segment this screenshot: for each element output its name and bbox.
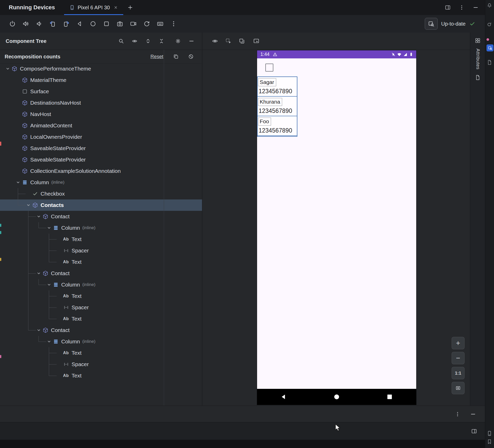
- tree-node-contact[interactable]: Contact: [0, 268, 202, 279]
- zoom-fit-button[interactable]: [452, 382, 465, 394]
- more-vertical-button[interactable]: [457, 3, 467, 12]
- nav-overview-button[interactable]: [385, 392, 395, 402]
- inspect-box-button[interactable]: [251, 36, 261, 46]
- contact-number-field[interactable]: 1234567890: [258, 126, 297, 136]
- volume-down-button[interactable]: [34, 18, 45, 29]
- tree-node-column[interactable]: Column(inline): [0, 222, 202, 234]
- settings-button[interactable]: [173, 36, 183, 46]
- layers-button[interactable]: [237, 36, 247, 46]
- chevron-down-icon[interactable]: [4, 65, 11, 72]
- tree-node-spacer[interactable]: Spacer: [0, 302, 202, 313]
- contact-number-field[interactable]: 1234567890: [258, 106, 297, 116]
- nav-home-button[interactable]: [332, 392, 342, 402]
- zoom-in-button[interactable]: +: [452, 337, 465, 349]
- tree-node-checkbox[interactable]: Checkbox: [0, 188, 202, 199]
- tree-node-saveablestateprovider[interactable]: SaveableStateProvider: [0, 143, 202, 154]
- hide-button[interactable]: [187, 36, 196, 46]
- screenshot-button[interactable]: [114, 18, 126, 29]
- chevron-down-icon[interactable]: [35, 270, 42, 277]
- tree-node-text[interactable]: AbText: [0, 313, 202, 325]
- gradle-icon[interactable]: [487, 21, 492, 27]
- chevron-down-icon[interactable]: [45, 281, 53, 288]
- tab-close-button[interactable]: [113, 5, 118, 10]
- tree-node-navhost[interactable]: NavHost: [0, 109, 202, 120]
- tree-node-animatedcontent[interactable]: AnimatedContent: [0, 120, 202, 131]
- visibility-button[interactable]: [130, 36, 140, 46]
- rotate-right-button[interactable]: [60, 18, 72, 29]
- device-screen[interactable]: 1:44 Sagar1234567890Khurana1234567890Foo…: [257, 50, 416, 405]
- zoom-reset-button[interactable]: 1:1: [452, 367, 465, 379]
- keyboard-button[interactable]: [155, 18, 166, 29]
- attributes-tab[interactable]: Attributes: [475, 49, 481, 69]
- tree-node-text[interactable]: AbText: [0, 347, 202, 359]
- overview-button[interactable]: [101, 18, 112, 29]
- device-tab-pixel-6-api-30[interactable]: Pixel 6 API 30: [64, 0, 123, 15]
- tree-node-collectionexamplesolutionannotation[interactable]: CollectionExampleSolutionAnnotation: [0, 165, 202, 177]
- chevron-down-icon[interactable]: [35, 213, 42, 220]
- home-button[interactable]: [87, 18, 99, 29]
- chevron-down-icon[interactable]: [35, 327, 42, 334]
- pink-dot[interactable]: [487, 38, 489, 41]
- build-grid-button[interactable]: [473, 36, 483, 45]
- contact-name-field[interactable]: Sagar: [258, 78, 276, 86]
- twisty-spacer: [25, 190, 32, 197]
- rotate-left-button[interactable]: [47, 18, 58, 29]
- minimize-button[interactable]: [471, 3, 481, 12]
- tree-node-contact[interactable]: Contact: [0, 211, 202, 222]
- volume-up-button[interactable]: [20, 18, 32, 29]
- screen-record-button[interactable]: [128, 18, 139, 29]
- nav-back-button[interactable]: [279, 392, 289, 402]
- tree-node-text[interactable]: AbText: [0, 290, 202, 302]
- contact-name-field[interactable]: Foo: [258, 118, 271, 126]
- tree-node-column[interactable]: Column(inline): [0, 177, 202, 188]
- new-tab-button[interactable]: [125, 3, 135, 12]
- layout-inspector-icon[interactable]: [487, 44, 493, 51]
- back-button[interactable]: [74, 18, 85, 29]
- search-button[interactable]: [116, 36, 126, 46]
- split-window-button[interactable]: [469, 426, 479, 436]
- snapshot-button[interactable]: [141, 18, 152, 29]
- more-vertical-button[interactable]: [168, 18, 179, 29]
- contact-number-field[interactable]: 1234567890: [258, 86, 297, 97]
- layout-inspector-toggle-button[interactable]: [425, 18, 438, 30]
- expand-all-button[interactable]: [143, 36, 153, 46]
- tree-node-spacer[interactable]: Spacer: [0, 245, 202, 256]
- chevron-down-icon[interactable]: [25, 202, 32, 209]
- contact-name-field[interactable]: Khurana: [258, 98, 282, 106]
- copy-button[interactable]: [171, 52, 181, 61]
- disable-button[interactable]: [186, 52, 196, 61]
- zoom-out-button[interactable]: −: [452, 352, 465, 364]
- tree-node-text[interactable]: AbText: [0, 370, 202, 381]
- document-icon[interactable]: [487, 59, 492, 65]
- tree-node-spacer[interactable]: Spacer: [0, 359, 202, 370]
- tree-node-text[interactable]: AbText: [0, 256, 202, 268]
- tree-node-text[interactable]: AbText: [0, 234, 202, 245]
- power-button[interactable]: [7, 18, 18, 29]
- tree-node-localownersprovider[interactable]: LocalOwnersProvider: [0, 131, 202, 143]
- live-updates-button[interactable]: [210, 36, 220, 46]
- collapse-all-button[interactable]: [157, 36, 166, 46]
- chevron-down-icon[interactable]: [45, 224, 53, 231]
- tree-node-destinationsnavhost[interactable]: DestinationsNavHost: [0, 97, 202, 109]
- chevron-down-icon[interactable]: [14, 179, 22, 186]
- window-layout-button[interactable]: [443, 3, 453, 12]
- more-vertical-button[interactable]: [453, 409, 462, 419]
- tree-node-saveablestateprovider[interactable]: SaveableStateProvider: [0, 154, 202, 165]
- tree-node-column[interactable]: Column(inline): [0, 336, 202, 347]
- minimize-button[interactable]: [468, 409, 478, 419]
- pick-element-button[interactable]: [223, 36, 233, 46]
- app-checkbox[interactable]: [265, 64, 273, 72]
- tree-node-surface[interactable]: Surface: [0, 86, 202, 97]
- tree-node-column[interactable]: Column(inline): [0, 279, 202, 290]
- document-button[interactable]: [473, 73, 483, 82]
- tree-node-contact[interactable]: Contact: [0, 325, 202, 336]
- notifications-bell-icon[interactable]: [487, 3, 492, 9]
- twisty-spacer: [14, 76, 22, 84]
- bookmark-icon[interactable]: [487, 439, 492, 445]
- tree-node-contacts[interactable]: Contacts: [0, 199, 202, 211]
- tree-node-materialtheme[interactable]: MaterialTheme: [0, 74, 202, 86]
- reset-link[interactable]: Reset: [150, 54, 163, 59]
- device-phone-icon[interactable]: [487, 430, 492, 436]
- tree-node-composeperformancetheme[interactable]: ComposePerformanceTheme: [0, 63, 202, 74]
- chevron-down-icon[interactable]: [45, 338, 53, 345]
